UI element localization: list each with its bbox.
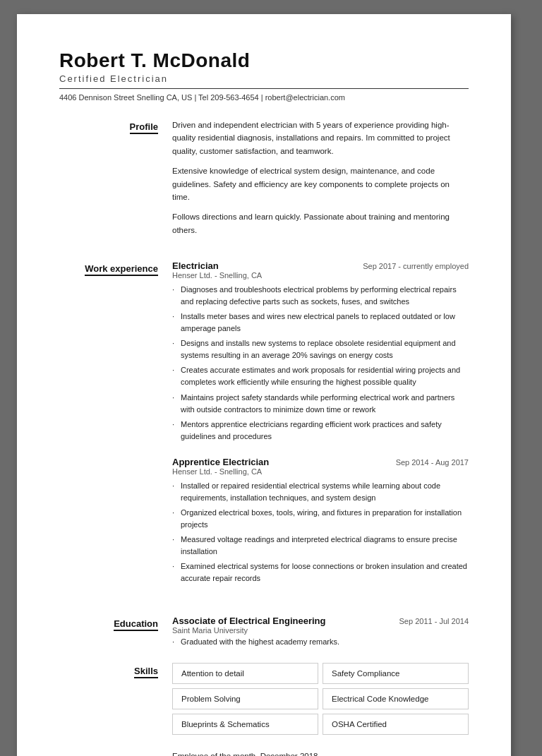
work-content: Electrician Sep 2017 - currently employe…	[172, 260, 469, 599]
resume-paper: Robert T. McDonald Certified Electrician…	[17, 14, 511, 756]
job-1-header: Electrician Sep 2017 - currently employe…	[172, 260, 469, 271]
education-header: Associate of Electrical Engineering Sep …	[172, 616, 469, 626]
job-1-dates: Sep 2017 - currently employed	[363, 262, 469, 270]
job-2-bullets: Installed or repaired residential electr…	[172, 480, 469, 584]
skill-6: OSHA Certified	[323, 714, 469, 735]
education-school: Saint Maria University	[172, 626, 469, 635]
work-label: Work experience	[85, 263, 158, 276]
profile-label: Profile	[130, 121, 158, 134]
job-2-bullet-3: Measured voltage readings and interprete…	[172, 534, 469, 558]
job-1-bullet-4: Creates accurate estimates and work prop…	[172, 364, 469, 388]
job-1-title: Electrician	[172, 260, 219, 271]
job-2: Apprentice Electrician Sep 2014 - Aug 20…	[172, 457, 469, 584]
work-experience-section: Work experience Electrician Sep 2017 - c…	[59, 260, 469, 599]
skill-4: Electrical Code Knowledge	[323, 688, 469, 709]
profile-paragraph-2: Extensive knowledge of electrical system…	[172, 164, 469, 203]
job-2-bullet-1: Installed or repaired residential electr…	[172, 480, 469, 504]
proud-text: Employee of the month, December 2018	[172, 752, 469, 756]
job-2-bullet-2: Organized electrical boxes, tools, wirin…	[172, 507, 469, 531]
education-label: Education	[114, 618, 158, 631]
candidate-title: Certified Electrician	[59, 73, 469, 84]
skills-content: Attention to detail Safety Compliance Pr…	[172, 663, 469, 735]
contact-info: 4406 Dennison Street Snelling CA, US | T…	[59, 88, 469, 102]
skills-section: Skills Attention to detail Safety Compli…	[59, 663, 469, 735]
job-2-company: Henser Ltd. - Snelling, CA	[172, 467, 469, 476]
education-section: Education Associate of Electrical Engine…	[59, 616, 469, 646]
education-label-col: Education	[59, 616, 172, 646]
job-2-title: Apprentice Electrician	[172, 457, 269, 467]
profile-label-col: Profile	[59, 119, 172, 244]
skills-label-col: Skills	[59, 663, 172, 735]
proud-content: Employee of the month, December 2018	[172, 752, 469, 756]
proud-section: Most proud of Employee of the month, Dec…	[59, 752, 469, 756]
candidate-name: Robert T. McDonald	[59, 49, 469, 72]
education-content: Associate of Electrical Engineering Sep …	[172, 616, 469, 646]
job-1: Electrician Sep 2017 - currently employe…	[172, 260, 469, 443]
education-note: Graduated with the highest academy remar…	[172, 637, 469, 646]
proud-label-col: Most proud of	[59, 752, 172, 756]
work-label-col: Work experience	[59, 260, 172, 599]
job-2-header: Apprentice Electrician Sep 2014 - Aug 20…	[172, 457, 469, 467]
profile-section: Profile Driven and independent electrici…	[59, 119, 469, 244]
skills-label: Skills	[134, 666, 158, 678]
profile-paragraph-1: Driven and independent electrician with …	[172, 119, 469, 157]
job-1-bullet-1: Diagnoses and troubleshoots electrical p…	[172, 284, 469, 308]
skill-3: Problem Solving	[172, 688, 318, 709]
page-wrapper: Robert T. McDonald Certified Electrician…	[17, 14, 525, 756]
job-2-bullet-4: Examined electrical systems for loose co…	[172, 560, 469, 584]
skill-1: Attention to detail	[172, 663, 318, 684]
job-1-bullets: Diagnoses and troubleshoots electrical p…	[172, 284, 469, 443]
profile-paragraph-3: Follows directions and learn quickly. Pa…	[172, 210, 469, 236]
skill-5: Blueprints & Schematics	[172, 714, 318, 735]
job-1-company: Henser Ltd. - Snelling, CA	[172, 271, 469, 280]
education-dates: Sep 2011 - Jul 2014	[399, 617, 469, 625]
job-1-bullet-6: Mentors apprentice electricians regardin…	[172, 419, 469, 443]
job-1-bullet-3: Designs and installs new systems to repl…	[172, 337, 469, 361]
skills-grid: Attention to detail Safety Compliance Pr…	[172, 663, 469, 735]
job-2-dates: Sep 2014 - Aug 2017	[396, 458, 469, 467]
job-1-bullet-2: Installs meter bases and wires new elect…	[172, 311, 469, 335]
skill-2: Safety Compliance	[323, 663, 469, 684]
education-degree: Associate of Electrical Engineering	[172, 616, 325, 626]
resume-header: Robert T. McDonald Certified Electrician…	[59, 49, 469, 102]
job-1-bullet-5: Maintains project safety standards while…	[172, 392, 469, 416]
profile-content: Driven and independent electrician with …	[172, 119, 469, 244]
